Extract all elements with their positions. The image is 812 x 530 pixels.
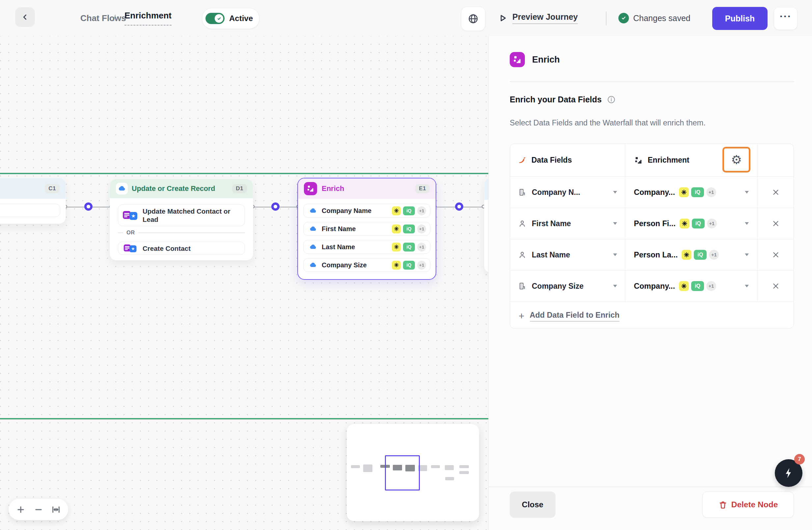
provider-badges: iQ +1 — [392, 224, 426, 233]
node-c1-item[interactable] — [0, 204, 60, 217]
topbar-divider — [606, 12, 607, 25]
provider-badges: iQ +1 — [679, 281, 716, 291]
chevron-down-icon[interactable] — [613, 253, 617, 256]
e1-field-row[interactable]: Company Size iQ +1 — [303, 258, 430, 272]
add-data-field-row[interactable]: + Add Data Field to Enrich — [510, 302, 794, 330]
breadcrumb-parent[interactable]: Chat Flows — [80, 0, 126, 36]
remove-row-button[interactable] — [769, 185, 783, 200]
add-node-button-3[interactable] — [455, 203, 463, 211]
trash-icon — [719, 500, 727, 509]
e1-field-label: Last Name — [322, 243, 355, 251]
preview-journey-label[interactable]: Preview Journey — [512, 12, 578, 24]
node-d1[interactable]: Update or Create Record D1 ★ Update Matc… — [110, 179, 253, 260]
salesforce-cloud-icon — [309, 207, 317, 215]
e1-field-row[interactable]: Company Name iQ +1 — [303, 204, 430, 218]
flow-canvas[interactable]: C1 Update or Create Record D1 ★ Update M… — [0, 36, 488, 530]
fit-view-button[interactable] — [50, 504, 61, 515]
node-next-partial[interactable] — [484, 178, 488, 273]
enrichment-icon — [634, 156, 643, 165]
zoom-controls — [9, 499, 68, 520]
salesforce-contact-icon: ★ — [124, 244, 137, 252]
app-root: C1 Update or Create Record D1 ★ Update M… — [0, 0, 812, 530]
play-icon — [498, 13, 508, 23]
globe-icon — [467, 13, 479, 24]
asterisk-badge — [392, 206, 401, 215]
changes-saved-label: Changes saved — [633, 14, 691, 23]
data-field-name: First Name — [532, 219, 571, 228]
check-icon — [217, 16, 222, 21]
active-toggle[interactable]: Active — [202, 8, 260, 29]
building-icon — [518, 282, 526, 290]
preview-journey-button[interactable]: Preview Journey — [498, 0, 578, 36]
table-row: Last Name Person La... iQ +1 — [510, 239, 794, 270]
more-options-button[interactable]: ··· — [774, 7, 798, 30]
info-icon[interactable] — [607, 95, 616, 104]
remove-row-button[interactable] — [769, 216, 783, 231]
building-icon — [518, 188, 526, 196]
chevron-down-icon[interactable] — [745, 191, 749, 194]
minimap-viewport[interactable] — [385, 455, 420, 490]
plus-one-badge: +1 — [417, 242, 426, 251]
iq-badge: iQ — [692, 219, 705, 229]
add-data-field-label[interactable]: Add Data Field to Enrich — [530, 311, 620, 322]
chevron-down-icon[interactable] — [745, 253, 749, 256]
table-row: Company N... Company... iQ +1 — [510, 177, 794, 208]
panel-divider — [510, 81, 794, 82]
e1-field-row[interactable]: First Name iQ +1 — [303, 222, 430, 236]
enrichment-cell[interactable]: Company... iQ +1 — [625, 270, 758, 301]
chevron-down-icon[interactable] — [745, 285, 749, 288]
notification-badge: 7 — [794, 454, 805, 465]
gear-icon[interactable]: ⚙ — [731, 154, 742, 166]
node-d1-item-update[interactable]: ★ Update Matched Contact or Lead — [118, 204, 245, 226]
e1-fields: Company Name iQ +1 First Name i — [303, 204, 430, 272]
person-icon — [518, 251, 526, 259]
node-c1[interactable]: C1 — [0, 178, 66, 224]
or-divider: OR — [118, 230, 245, 236]
publish-button[interactable]: Publish — [712, 7, 768, 30]
salesforce-cloud-icon — [116, 183, 128, 194]
waterfall-name: Company... — [634, 188, 675, 197]
enrichment-cell[interactable]: Person Fi... iQ +1 — [625, 208, 758, 239]
close-icon — [771, 188, 780, 196]
node-d1-item-label: Create Contact — [143, 244, 191, 252]
data-field-cell[interactable]: Company N... — [510, 177, 625, 208]
asterisk-badge — [392, 261, 401, 270]
asterisk-badge — [392, 224, 401, 233]
chevron-down-icon[interactable] — [613, 285, 617, 288]
lightning-icon — [782, 467, 795, 479]
chevron-down-icon[interactable] — [745, 222, 749, 225]
salesforce-cloud-icon — [309, 225, 317, 233]
toggle-knob — [215, 14, 223, 23]
enrichment-cell[interactable]: Company... iQ +1 — [625, 177, 758, 208]
person-icon — [518, 219, 526, 228]
provider-badges: iQ +1 — [392, 242, 426, 251]
add-node-button-1[interactable] — [84, 203, 92, 211]
toggle-track[interactable] — [205, 13, 224, 24]
node-c1-header: C1 — [0, 178, 66, 199]
active-toggle-label: Active — [229, 14, 253, 23]
breadcrumb-current[interactable]: Enrichment — [125, 0, 172, 36]
close-button[interactable]: Close — [510, 491, 555, 518]
back-button[interactable] — [15, 7, 35, 27]
remove-row-button[interactable] — [769, 279, 783, 293]
data-field-cell[interactable]: First Name — [510, 208, 625, 239]
delete-node-button[interactable]: Delete Node — [702, 491, 794, 518]
node-e1-enrich[interactable]: Enrich E1 Company Name iQ +1 First Name — [298, 178, 436, 280]
enrichment-cell[interactable]: Person La... iQ +1 — [625, 239, 758, 270]
add-node-button-2[interactable] — [271, 203, 279, 211]
language-button[interactable] — [461, 6, 485, 31]
plus-one-badge: +1 — [417, 224, 426, 233]
chevron-down-icon[interactable] — [613, 222, 617, 225]
data-field-cell[interactable]: Last Name — [510, 239, 625, 270]
changes-saved-status: Changes saved — [619, 0, 691, 36]
zoom-out-button[interactable] — [33, 504, 44, 515]
zoom-in-button[interactable] — [15, 504, 26, 515]
node-d1-badge: D1 — [232, 184, 247, 193]
chevron-down-icon[interactable] — [613, 191, 617, 194]
data-field-cell[interactable]: Company Size — [510, 270, 625, 301]
node-d1-item-create[interactable]: ★ Create Contact — [118, 241, 245, 255]
e1-field-row[interactable]: Last Name iQ +1 — [303, 240, 430, 254]
minimap[interactable] — [347, 424, 479, 521]
remove-row-button[interactable] — [769, 248, 783, 262]
asterisk-badge — [679, 281, 689, 291]
